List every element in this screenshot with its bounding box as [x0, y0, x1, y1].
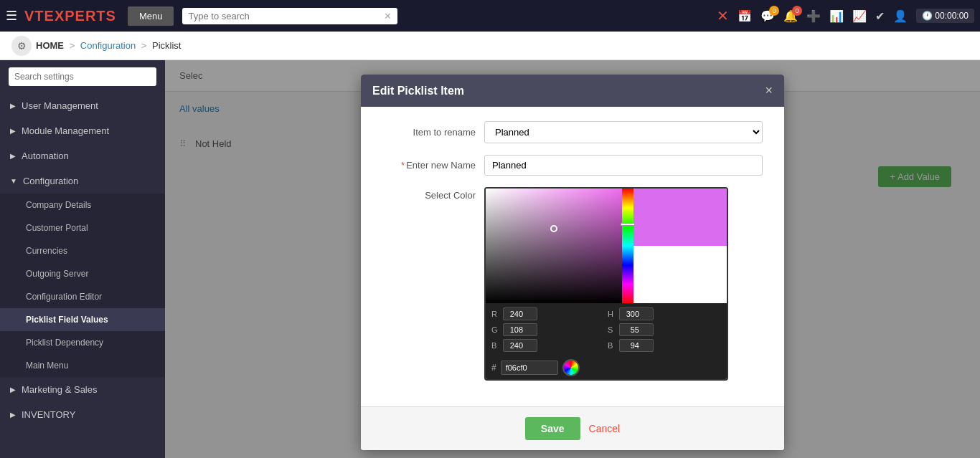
reports-icon[interactable]: 📊 — [829, 9, 844, 23]
chat-icon[interactable]: 💬0 — [760, 9, 775, 23]
breadcrumb: HOME > Configuration > Picklist — [36, 40, 181, 51]
content-area: Selec All values ⠿ Not Held + Add Value … — [165, 60, 980, 458]
sidebar-label-module-management: Module Management — [22, 125, 109, 136]
modal-body: Item to rename Planned Enter new Name Se… — [361, 107, 784, 406]
h-input[interactable] — [619, 307, 654, 320]
r-control-row: R — [491, 307, 605, 320]
sidebar-item-automation[interactable]: ▶ Automation — [0, 143, 165, 168]
chart-icon[interactable]: 📈 — [852, 9, 867, 23]
sidebar-section-inventory: ▶ INVENTORY — [0, 402, 165, 427]
sidebar-item-customer-portal[interactable]: Customer Portal — [0, 216, 165, 239]
sidebar-item-user-management[interactable]: ▶ User Management — [0, 93, 165, 118]
chevron-down-icon: ▼ — [10, 177, 17, 185]
main-layout: ▶ User Management ▶ Module Management ▶ … — [0, 60, 980, 458]
hex-input[interactable] — [501, 361, 558, 375]
breadcrumb-config[interactable]: Configuration — [80, 40, 136, 51]
sidebar-sub-configuration: Company Details Customer Portal Currenci… — [0, 194, 165, 377]
b-input[interactable] — [503, 339, 537, 352]
edit-picklist-modal: Edit Picklist Item × Item to rename Plan… — [361, 75, 784, 450]
h-label: H — [608, 310, 616, 318]
search-input[interactable] — [188, 11, 384, 22]
sidebar-section-user-management: ▶ User Management — [0, 93, 165, 118]
sidebar-section-automation: ▶ Automation — [0, 143, 165, 168]
sidebar-item-picklist-dependency[interactable]: Picklist Dependency — [0, 331, 165, 354]
b2-label: B — [608, 341, 616, 350]
sidebar-item-configuration[interactable]: ▼ Configuration — [0, 168, 165, 194]
app-logo: VTEXPERTS — [24, 8, 116, 24]
sidebar-search-area — [0, 60, 165, 93]
new-name-label: Enter new Name — [382, 160, 476, 171]
sidebar-item-module-management[interactable]: ▶ Module Management — [0, 118, 165, 143]
hex-hash: # — [491, 363, 496, 373]
sidebar-item-picklist-field-values[interactable]: Picklist Field Values — [0, 308, 165, 331]
modal-footer: Save Cancel — [361, 406, 784, 450]
settings-gear-icon[interactable]: ⚙ — [11, 36, 32, 56]
search-icon: ✕ — [384, 11, 392, 22]
cancel-button[interactable]: Cancel — [589, 423, 621, 434]
chevron-right-icon: ▶ — [10, 127, 16, 135]
sidebar: ▶ User Management ▶ Module Management ▶ … — [0, 60, 165, 458]
color-gradient-area[interactable] — [486, 189, 622, 303]
chevron-right-icon: ▶ — [10, 386, 16, 393]
sidebar-item-outgoing-server[interactable]: Outgoing Server — [0, 262, 165, 285]
select-color-row: Select Color — [382, 187, 763, 381]
calendar-icon[interactable]: 📅 — [738, 9, 752, 23]
breadcrumb-bar: ⚙ HOME > Configuration > Picklist — [0, 32, 980, 60]
b-label: B — [491, 341, 500, 350]
item-to-rename-row: Item to rename Planned — [382, 121, 763, 143]
notification-badge: 0 — [792, 6, 802, 16]
new-name-row: Enter new Name — [382, 155, 763, 176]
b2-input[interactable] — [619, 339, 654, 352]
hamburger-icon[interactable]: ☰ — [6, 8, 17, 24]
search-bar: ✕ — [182, 8, 397, 24]
sidebar-item-currencies[interactable]: Currencies — [0, 239, 165, 262]
color-picker: R H G — [484, 187, 728, 381]
g-label: G — [491, 325, 500, 334]
new-name-input[interactable] — [484, 155, 763, 176]
sidebar-label-configuration: Configuration — [23, 176, 78, 186]
user-icon[interactable]: 👤 — [893, 9, 908, 23]
modal-close-button[interactable]: × — [765, 83, 773, 98]
crm-icon[interactable]: ✕ — [717, 7, 729, 24]
color-hue-strip[interactable] — [622, 189, 633, 303]
g-input[interactable] — [503, 323, 537, 336]
select-color-label: Select Color — [382, 187, 476, 201]
tasks-icon[interactable]: ✔ — [875, 9, 885, 23]
sidebar-item-marketing-sales[interactable]: ▶ Marketing & Sales — [0, 377, 165, 402]
sidebar-item-configuration-editor[interactable]: Configuration Editor — [0, 285, 165, 308]
sidebar-search-input[interactable] — [9, 67, 156, 86]
modal-header: Edit Picklist Item × — [361, 75, 784, 107]
color-picker-main — [486, 189, 727, 303]
s-input[interactable] — [619, 323, 654, 336]
sidebar-item-company-details[interactable]: Company Details — [0, 194, 165, 216]
add-icon[interactable]: ➕ — [806, 9, 821, 23]
h-control-row: H — [608, 307, 721, 320]
notification-icon[interactable]: 🔔0 — [783, 9, 798, 23]
breadcrumb-sep2: > — [141, 40, 147, 51]
modal-overlay: Edit Picklist Item × Item to rename Plan… — [165, 60, 980, 458]
timer-display: 🕐 00:00:00 — [916, 9, 974, 23]
sidebar-item-inventory[interactable]: ▶ INVENTORY — [0, 402, 165, 427]
breadcrumb-sep1: > — [70, 40, 75, 51]
color-wheel-button[interactable] — [562, 359, 580, 376]
item-to-rename-select[interactable]: Planned — [484, 121, 763, 143]
sidebar-label-inventory: INVENTORY — [22, 409, 75, 420]
menu-button[interactable]: Menu — [128, 6, 174, 26]
breadcrumb-home[interactable]: HOME — [36, 40, 64, 51]
b-control-row: B — [491, 339, 605, 352]
color-preview-current — [633, 189, 727, 246]
sidebar-section-marketing: ▶ Marketing & Sales — [0, 377, 165, 402]
save-button[interactable]: Save — [525, 417, 580, 440]
r-input[interactable] — [503, 307, 537, 320]
logo-perts: PERTS — [65, 8, 116, 24]
logo-vte: VTE — [24, 8, 55, 24]
chevron-right-icon: ▶ — [10, 411, 16, 419]
sidebar-item-main-menu[interactable]: Main Menu — [0, 354, 165, 377]
navbar: ☰ VTEXPERTS Menu ✕ ✕ 📅 💬0 🔔0 ➕ 📊 📈 ✔ 👤 🕐… — [0, 0, 980, 32]
chevron-right-icon: ▶ — [10, 102, 16, 110]
sidebar-section-module-management: ▶ Module Management — [0, 118, 165, 143]
color-picker-controls: R H G — [486, 303, 727, 356]
hue-indicator — [621, 223, 635, 226]
color-cursor — [550, 225, 557, 232]
s-label: S — [608, 325, 616, 334]
